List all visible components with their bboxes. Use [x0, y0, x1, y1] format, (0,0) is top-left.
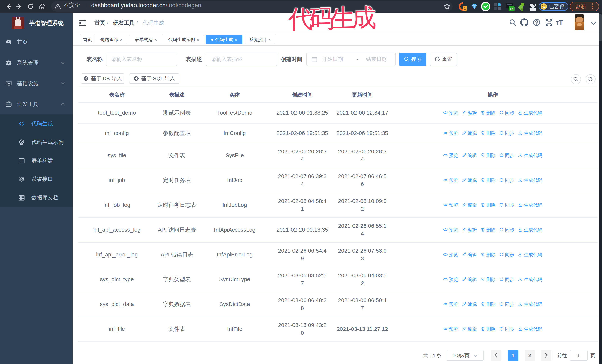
svg-text:1: 1 — [464, 7, 466, 10]
svg-text:on: on — [510, 7, 514, 10]
